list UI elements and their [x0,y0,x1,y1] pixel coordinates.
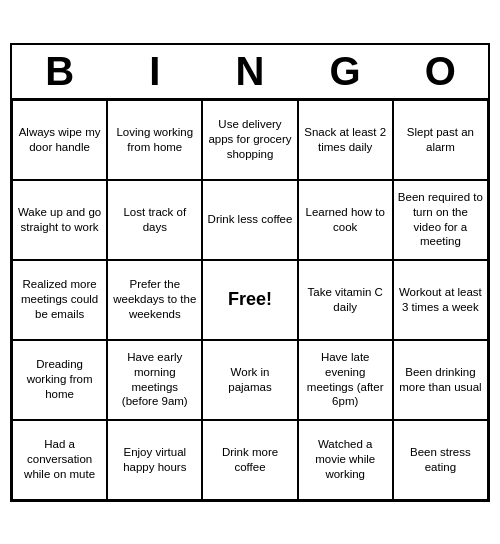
letter-b: B [16,49,104,94]
cell-2-3[interactable]: Take vitamin C daily [298,260,393,340]
cell-free[interactable]: Free! [202,260,297,340]
cell-4-0[interactable]: Had a conversation while on mute [12,420,107,500]
cell-3-0[interactable]: Dreading working from home [12,340,107,420]
cell-1-4[interactable]: Been required to turn on the video for a… [393,180,488,260]
letter-g: G [301,49,389,94]
cell-1-0[interactable]: Wake up and go straight to work [12,180,107,260]
cell-1-1[interactable]: Lost track of days [107,180,202,260]
cell-3-4[interactable]: Been drinking more than usual [393,340,488,420]
cell-4-4[interactable]: Been stress eating [393,420,488,500]
cell-1-3[interactable]: Learned how to cook [298,180,393,260]
letter-n: N [206,49,294,94]
cell-0-4[interactable]: Slept past an alarm [393,100,488,180]
cell-4-2[interactable]: Drink more coffee [202,420,297,500]
bingo-card: B I N G O Always wipe my door handle Lov… [10,43,490,502]
cell-2-4[interactable]: Workout at least 3 times a week [393,260,488,340]
cell-4-3[interactable]: Watched a movie while working [298,420,393,500]
cell-3-3[interactable]: Have late evening meetings (after 6pm) [298,340,393,420]
bingo-header: B I N G O [12,45,488,98]
bingo-grid: Always wipe my door handle Loving workin… [12,98,488,500]
letter-i: I [111,49,199,94]
cell-2-1[interactable]: Prefer the weekdays to the weekends [107,260,202,340]
letter-o: O [396,49,484,94]
cell-0-2[interactable]: Use delivery apps for grocery shopping [202,100,297,180]
cell-2-0[interactable]: Realized more meetings could be emails [12,260,107,340]
cell-0-1[interactable]: Loving working from home [107,100,202,180]
cell-1-2[interactable]: Drink less coffee [202,180,297,260]
cell-0-0[interactable]: Always wipe my door handle [12,100,107,180]
cell-4-1[interactable]: Enjoy virtual happy hours [107,420,202,500]
cell-3-1[interactable]: Have early morning meetings (before 9am) [107,340,202,420]
cell-3-2[interactable]: Work in pajamas [202,340,297,420]
cell-0-3[interactable]: Snack at least 2 times daily [298,100,393,180]
